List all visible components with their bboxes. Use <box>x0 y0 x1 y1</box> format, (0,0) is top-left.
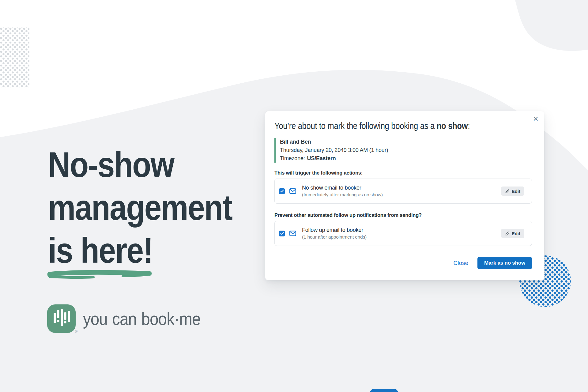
mail-icon <box>289 188 296 194</box>
logo-mark: ® <box>47 304 76 333</box>
dialog-title-prefix: You’re about to mark the following booki… <box>274 121 437 131</box>
edit-follow-up-email-button[interactable]: Edit <box>501 229 524 238</box>
booking-name: Bill and Ben <box>280 138 532 146</box>
headline-underline-brush <box>46 269 154 281</box>
edit-no-show-email-button[interactable]: Edit <box>501 187 524 196</box>
booking-timezone: Timezone:US/Eastern <box>280 154 532 163</box>
action-subtitle: (1 hour after appointment ends) <box>302 234 367 240</box>
checkmark-icon <box>280 232 284 235</box>
prevent-heading: Prevent other automated follow up notifi… <box>274 212 532 218</box>
trigger-heading: This will trigger the following actions: <box>274 170 532 176</box>
brand-logo: ® you can book·me <box>47 304 213 333</box>
edit-label: Edit <box>512 189 520 194</box>
page: No-show management is here! ® you can bo… <box>0 0 588 392</box>
mark-as-no-show-button[interactable]: Mark as no show <box>477 257 532 269</box>
pencil-icon <box>505 189 510 194</box>
bottom-blue-tab <box>370 389 398 392</box>
timezone-label: Timezone: <box>280 155 305 161</box>
action-row-follow-up-email: Follow up email to booker (1 hour after … <box>274 221 532 246</box>
gray-dot-grid <box>0 27 29 88</box>
close-button[interactable]: Close <box>453 260 468 266</box>
registered-mark: ® <box>75 330 77 334</box>
no-show-email-checkbox[interactable] <box>279 188 285 194</box>
dialog-footer: Close Mark as no show <box>274 257 532 269</box>
youcanbookme-logo-icon <box>47 304 76 333</box>
dialog-title-suffix: : <box>468 121 470 131</box>
action-text: Follow up email to booker (1 hour after … <box>302 227 367 240</box>
timezone-value: US/Eastern <box>307 155 336 161</box>
booking-datetime: Thursday, January 20, 2049 3:00 AM (1 ho… <box>280 146 532 154</box>
page-title: No-show management is here! <box>48 143 232 272</box>
close-icon[interactable]: ✕ <box>532 114 540 124</box>
no-show-dialog: ✕ You’re about to mark the following boo… <box>265 111 544 280</box>
dialog-title-emphasis: no show <box>437 121 468 131</box>
pencil-icon <box>505 231 510 236</box>
action-subtitle: (Immediately after marking as no show) <box>302 192 383 198</box>
follow-up-email-checkbox[interactable] <box>279 231 285 236</box>
dialog-title: You’re about to mark the following booki… <box>274 121 501 131</box>
brand-wordmark: you can book·me <box>83 309 201 329</box>
action-row-no-show-email: No show email to booker (Immediately aft… <box>274 179 532 204</box>
edit-label: Edit <box>512 231 520 236</box>
action-title: Follow up email to booker <box>302 227 367 233</box>
booking-summary: Bill and Ben Thursday, January 20, 2049 … <box>274 138 532 163</box>
checkmark-icon <box>280 190 284 193</box>
action-text: No show email to booker (Immediately aft… <box>302 185 383 198</box>
mail-icon <box>289 231 296 236</box>
action-title: No show email to booker <box>302 185 383 191</box>
